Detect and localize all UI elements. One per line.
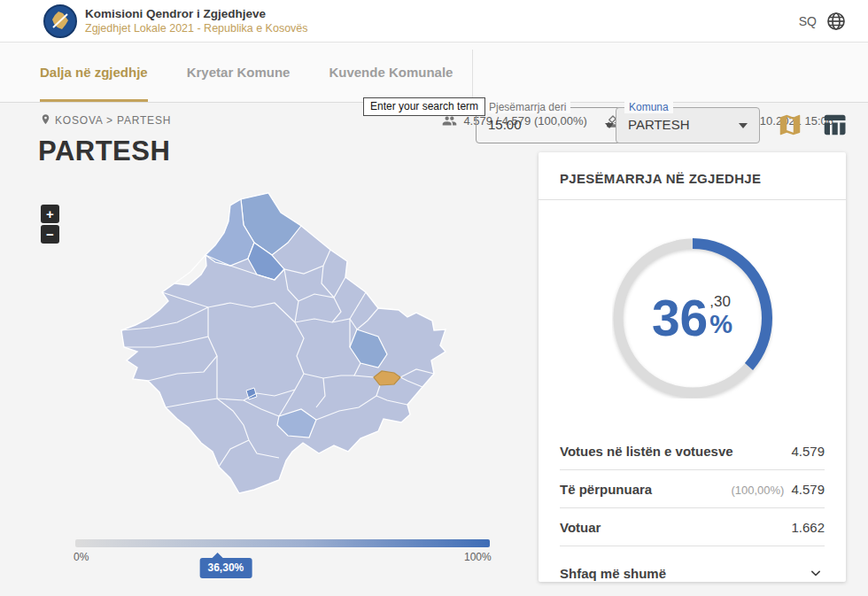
app-title: Komisioni Qendror i Zgjedhjeve [85, 7, 266, 20]
location-pin-icon [39, 113, 52, 127]
tab-label: Kuvende Komunale [329, 65, 453, 80]
gauge-value-int: 36 [652, 293, 708, 344]
stat-row-processed: Të përpunuara (100,00%)4.579 [560, 470, 825, 508]
kqz-logo [43, 4, 77, 38]
kosovo-map[interactable] [75, 188, 492, 524]
participation-gauge: 36 ,30 % [612, 237, 773, 399]
language-selector[interactable]: SQ [799, 14, 817, 28]
search-tooltip: Enter your search term [363, 97, 485, 116]
row-label: Votuar [560, 520, 601, 535]
toolbar-divider [472, 50, 473, 101]
row-value: 1.662 [791, 520, 825, 535]
row-label: Votues në listën e votuesve [560, 444, 733, 459]
stat-row-voted: Votuar 1.662 [560, 508, 825, 546]
globe-icon[interactable] [825, 11, 847, 32]
zoom-in-button[interactable]: + [41, 205, 59, 223]
kosovo-map-svg [75, 188, 492, 524]
participation-time-select[interactable]: Pjesëmarrja deri 15:00 [476, 107, 626, 143]
card-title: PJESËMARRJA NË ZGJEDHJE [539, 152, 846, 200]
gauge-unit: % [709, 311, 732, 337]
gauge-value: 36 ,30 % [612, 237, 773, 399]
participation-stats-list: Votues në listën e votuesve 4.579 Të për… [560, 432, 825, 546]
chevron-down-icon [807, 564, 825, 582]
app-header: Komisioni Qendror i Zgjedhjeve Zgjedhjet… [0, 0, 868, 43]
tab-kryetar-komune[interactable]: Kryetar Komune [187, 43, 291, 102]
breadcrumb-path: KOSOVA > PARTESH [55, 114, 171, 127]
stat-row-voters-list: Votues në listën e votuesve 4.579 [560, 432, 825, 470]
zoom-out-button[interactable]: − [41, 225, 59, 244]
app-subtitle: Zgjedhjet Lokale 2021 - Republika e Koso… [85, 22, 308, 35]
tab-label: Dalja në zgjedhje [40, 65, 148, 80]
chevron-down-icon [739, 123, 748, 128]
gauge-value-dec: ,30 [709, 293, 731, 311]
tab-bar: Dalja në zgjedhje Kryetar Komune Kuvende… [40, 43, 453, 102]
toolbar: Dalja në zgjedhje Kryetar Komune Kuvende… [0, 43, 868, 103]
page-title: PARTESH [38, 135, 170, 167]
tab-kuvende-komunale[interactable]: Kuvende Komunale [329, 43, 453, 102]
tab-label: Kryetar Komune [187, 65, 291, 80]
scale-max-label: 100% [464, 551, 492, 563]
table-view-icon[interactable] [821, 112, 848, 138]
map-zoom-controls: + − [41, 205, 59, 244]
map-view-icon[interactable] [777, 112, 803, 138]
komuna-select[interactable]: Komuna PARTESH [616, 107, 760, 143]
row-label: Të përpunuara [560, 482, 652, 497]
show-more-label: Shfaq më shumë [560, 566, 666, 581]
row-note: (100,00%) [731, 484, 784, 497]
chevron-down-icon [605, 123, 614, 128]
komuna-value: PARTESH [628, 117, 689, 132]
slider-marker: 36,30% [200, 558, 252, 578]
participation-time-label: Pjesëmarrja deri [484, 101, 570, 113]
participation-time-value: 15:00 [488, 117, 522, 132]
row-value: 4.579 [791, 444, 825, 459]
komuna-label: Komuna [624, 101, 673, 113]
scale-min-label: 0% [74, 551, 89, 563]
show-more-button[interactable]: Shfaq më shumë [560, 564, 825, 582]
row-value: 4.579 [791, 482, 825, 497]
participation-card: PJESËMARRJA NË ZGJEDHJE 36 ,30 % Votues … [539, 152, 846, 582]
tab-dalja-ne-zgjedhje[interactable]: Dalja në zgjedhje [40, 43, 148, 102]
kosovo-logo-icon [47, 8, 74, 35]
breadcrumb[interactable]: KOSOVA > PARTESH [39, 113, 171, 127]
participation-scale-bar[interactable]: 36,30% [75, 539, 490, 547]
